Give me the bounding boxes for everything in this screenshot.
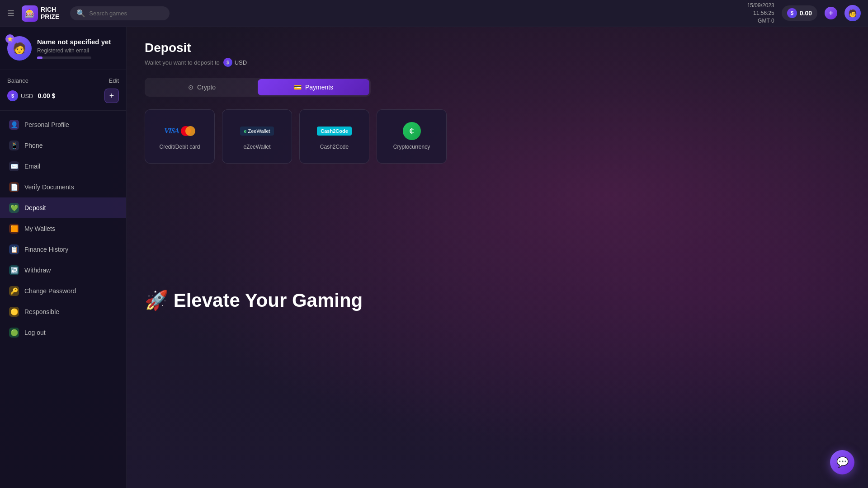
profile-bar-fill bbox=[37, 56, 42, 59]
header-balance: 0.00 bbox=[800, 9, 812, 17]
balance-chip[interactable]: $ 0.00 bbox=[782, 5, 817, 21]
sidebar-item-label: Deposit bbox=[24, 204, 46, 211]
hamburger-menu[interactable]: ☰ bbox=[7, 9, 14, 19]
credit-debit-logo: VISA bbox=[164, 123, 195, 139]
avatar-icon: 🧑 bbox=[13, 42, 26, 55]
search-icon: 🔍 bbox=[76, 9, 85, 18]
sidebar-profile: 🧑 ⭐ Name not specified yet Registered wi… bbox=[0, 27, 126, 70]
search-bar[interactable]: 🔍 bbox=[70, 6, 170, 20]
cash2code-logo-text: Cash2Code bbox=[317, 127, 352, 136]
logout-icon: 🟢 bbox=[9, 328, 19, 338]
password-icon: 🔑 bbox=[9, 286, 19, 296]
promo-section: 🚀 Elevate Your Gaming bbox=[145, 290, 850, 311]
sidebar-item-my-wallets[interactable]: 🟧 My Wallets bbox=[0, 218, 126, 239]
datetime-display: 15/09/2023 11:56:25 GMT-0 bbox=[747, 2, 774, 24]
cash2code-logo: Cash2Code bbox=[317, 123, 352, 139]
usd-badge: $ USD bbox=[223, 58, 247, 67]
profile-avatar: 🧑 ⭐ bbox=[7, 36, 32, 61]
sidebar-item-email[interactable]: ✉️ Email bbox=[0, 156, 126, 177]
edit-balance-link[interactable]: Edit bbox=[109, 77, 119, 84]
tab-payments[interactable]: 💳 Payments bbox=[258, 79, 369, 95]
sidebar-item-verify-documents[interactable]: 📄 Verify Documents bbox=[0, 177, 126, 197]
sidebar-item-label: Finance History bbox=[24, 246, 68, 253]
history-icon: 📋 bbox=[9, 244, 19, 254]
payments-tab-icon: 💳 bbox=[294, 84, 302, 91]
avatar[interactable]: 🧑 bbox=[844, 5, 861, 21]
sidebar-item-log-out[interactable]: 🟢 Log out bbox=[0, 322, 126, 343]
sidebar-item-change-password[interactable]: 🔑 Change Password bbox=[0, 281, 126, 301]
responsible-icon: 🟡 bbox=[9, 307, 19, 317]
personal-profile-icon: 👤 bbox=[9, 120, 19, 130]
sidebar-item-label: Verify Documents bbox=[24, 183, 74, 191]
page-title: Deposit bbox=[145, 41, 850, 55]
deposit-tabs: ⊙ Crypto 💳 Payments bbox=[145, 78, 371, 97]
logo-icon: 🎰 bbox=[22, 5, 38, 22]
crypto-tab-label: Crypto bbox=[197, 84, 216, 91]
ezeewallet-name: eZeeWallet bbox=[243, 144, 270, 150]
main-layout: 🧑 ⭐ Name not specified yet Registered wi… bbox=[0, 27, 868, 488]
sidebar-item-responsible[interactable]: 🟡 Responsible bbox=[0, 301, 126, 322]
sidebar-item-label: Phone bbox=[24, 142, 42, 149]
phone-icon: 📱 bbox=[9, 141, 19, 150]
crypto-coin-icon: ¢ bbox=[403, 122, 421, 140]
sidebar-item-label: Withdraw bbox=[24, 267, 51, 274]
payment-methods-grid: VISA Credit/Debit card eZeeWallet eZeeWa… bbox=[145, 109, 850, 164]
balance-label: Balance bbox=[7, 77, 28, 84]
tab-crypto[interactable]: ⊙ Crypto bbox=[146, 79, 258, 95]
withdraw-icon: ↩️ bbox=[9, 265, 19, 275]
sidebar-item-label: My Wallets bbox=[24, 225, 55, 232]
sidebar: 🧑 ⭐ Name not specified yet Registered wi… bbox=[0, 27, 127, 488]
currency-label: USD bbox=[21, 93, 33, 99]
payment-card-ezeewallet[interactable]: eZeeWallet eZeeWallet bbox=[222, 109, 292, 164]
mastercard-icon bbox=[181, 126, 195, 136]
cryptocurrency-name: Cryptocurrency bbox=[393, 144, 430, 150]
header-right: 15/09/2023 11:56:25 GMT-0 $ 0.00 + 🧑 bbox=[747, 2, 861, 24]
content-area: Deposit Wallet you want to deposit to $ … bbox=[127, 27, 868, 488]
sidebar-item-label: Personal Profile bbox=[24, 121, 69, 128]
header: ☰ 🎰 RICHPRIZE 🔍 15/09/2023 11:56:25 GMT-… bbox=[0, 0, 868, 27]
balance-amount: 0.00 $ bbox=[38, 92, 55, 99]
payments-tab-label: Payments bbox=[305, 84, 333, 91]
balance-currency: $ USD bbox=[7, 90, 33, 101]
currency-icon: $ bbox=[787, 8, 797, 18]
profile-info: Name not specified yet Registered with e… bbox=[37, 38, 111, 59]
email-icon: ✉️ bbox=[9, 161, 19, 171]
balance-header: Balance Edit bbox=[7, 77, 119, 84]
payment-card-credit-debit[interactable]: VISA Credit/Debit card bbox=[145, 109, 215, 164]
profile-name: Name not specified yet bbox=[37, 38, 111, 46]
deposit-icon: 💚 bbox=[9, 203, 19, 213]
wallets-icon: 🟧 bbox=[9, 224, 19, 234]
ezee-logo-text: eZeeWallet bbox=[240, 127, 274, 136]
sidebar-item-label: Change Password bbox=[24, 287, 76, 295]
sidebar-item-label: Log out bbox=[24, 329, 46, 336]
sidebar-item-deposit[interactable]: 💚 Deposit bbox=[0, 197, 126, 218]
logo[interactable]: 🎰 RICHPRIZE bbox=[22, 5, 59, 22]
add-funds-button[interactable]: + bbox=[104, 89, 119, 103]
promo-title-line1: 🚀 Elevate Your Gaming bbox=[145, 290, 850, 311]
sidebar-item-label: Email bbox=[24, 163, 40, 170]
deposit-subtitle: Wallet you want to deposit to $ USD bbox=[145, 58, 850, 67]
profile-bar bbox=[37, 56, 91, 59]
deposit-currency: USD bbox=[235, 59, 247, 66]
sidebar-item-personal-profile[interactable]: 👤 Personal Profile bbox=[0, 114, 126, 135]
sidebar-item-label: Responsible bbox=[24, 308, 59, 315]
nav-items: 👤 Personal Profile 📱 Phone ✉️ Email 📄 Ve… bbox=[0, 111, 126, 488]
balance-row: $ USD 0.00 $ + bbox=[7, 89, 119, 103]
profile-registered: Registered with email bbox=[37, 47, 111, 54]
verify-icon: 📄 bbox=[9, 182, 19, 192]
usd-coin-icon: $ bbox=[223, 58, 232, 67]
search-input[interactable] bbox=[89, 10, 161, 17]
payment-card-cash2code[interactable]: Cash2Code Cash2Code bbox=[299, 109, 369, 164]
payment-card-cryptocurrency[interactable]: ¢ Cryptocurrency bbox=[377, 109, 447, 164]
usd-icon: $ bbox=[7, 90, 18, 101]
balance-section: Balance Edit $ USD 0.00 $ + bbox=[0, 70, 126, 111]
add-balance-button[interactable]: + bbox=[825, 7, 837, 19]
support-button[interactable]: 💬 bbox=[830, 450, 854, 474]
credit-debit-name: Credit/Debit card bbox=[159, 144, 200, 150]
cryptocurrency-logo: ¢ bbox=[403, 123, 421, 139]
sidebar-item-withdraw[interactable]: ↩️ Withdraw bbox=[0, 260, 126, 281]
logo-text: RICHPRIZE bbox=[41, 6, 59, 20]
sidebar-item-finance-history[interactable]: 📋 Finance History bbox=[0, 239, 126, 260]
crypto-tab-icon: ⊙ bbox=[188, 84, 193, 91]
sidebar-item-phone[interactable]: 📱 Phone bbox=[0, 135, 126, 156]
